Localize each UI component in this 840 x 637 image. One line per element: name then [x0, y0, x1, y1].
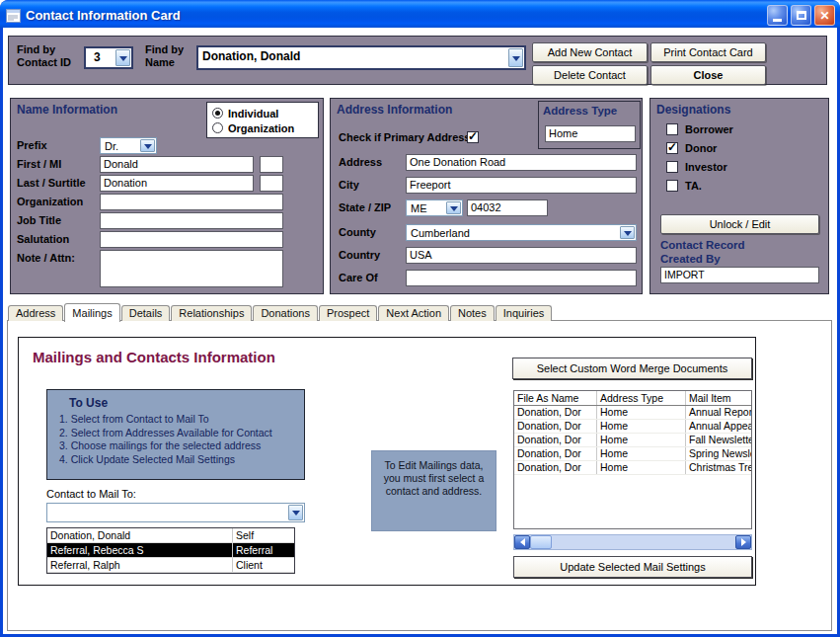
tab-mailings[interactable]: Mailings: [64, 303, 119, 322]
scroll-left-icon: [516, 538, 525, 546]
primary-address-checkbox[interactable]: [467, 131, 479, 143]
state-combobox[interactable]: ME: [406, 199, 463, 216]
close-button[interactable]: Close: [650, 65, 766, 85]
column-header: Mail Item: [686, 391, 752, 405]
update-mail-settings-button[interactable]: Update Selected Mail Settings: [513, 556, 752, 578]
list-item[interactable]: Referral, Ralph Client: [47, 558, 294, 573]
contact-to-mail-combobox[interactable]: [46, 503, 305, 522]
address-type-input[interactable]: Home: [545, 125, 636, 142]
address-information-panel: Address Information Address Type Home Ch…: [330, 98, 643, 294]
organization-input[interactable]: [100, 194, 283, 210]
investor-label: Investor: [685, 161, 727, 173]
list-item[interactable]: Referral, Rebecca S Referral: [47, 543, 294, 558]
scroll-right-button[interactable]: [735, 535, 751, 549]
first-name-input[interactable]: Donald: [100, 156, 254, 173]
scrollbar-thumb[interactable]: [530, 535, 552, 549]
address-type-group: Address Type Home: [538, 101, 641, 149]
care-of-input[interactable]: [406, 270, 637, 286]
dropdown-arrow-icon[interactable]: [115, 49, 130, 66]
contact-type-group: Individual Organization: [206, 102, 319, 138]
tab-details[interactable]: Details: [121, 305, 171, 321]
mailings-content-box: Mailings and Contacts Information To Use…: [18, 337, 756, 586]
list-item[interactable]: Donation, Donald Self: [47, 528, 294, 543]
county-combobox[interactable]: Cumberland: [406, 224, 637, 241]
scroll-right-icon: [741, 538, 750, 546]
contact-to-mail-list[interactable]: Donation, Donald Self Referral, Rebecca …: [46, 527, 295, 574]
window-title: Contact Information Card: [26, 8, 764, 23]
designation-investor[interactable]: Investor: [666, 161, 727, 173]
individual-radio[interactable]: [212, 108, 223, 119]
designation-donor[interactable]: Donor: [666, 142, 717, 154]
zip-input[interactable]: 04032: [467, 199, 548, 216]
mailings-table[interactable]: File As Name Address Type Mail Item Dona…: [513, 390, 752, 529]
close-window-button[interactable]: ✕: [814, 5, 835, 26]
tab-prospect[interactable]: Prospect: [319, 305, 377, 321]
tab-next-action[interactable]: Next Action: [378, 305, 449, 321]
job-title-input[interactable]: [100, 212, 283, 229]
dropdown-arrow-icon[interactable]: [508, 48, 523, 67]
designation-borrower[interactable]: Borrower: [666, 123, 733, 135]
maximize-button[interactable]: [791, 5, 811, 26]
contact-name-combobox[interactable]: Donation, Donald: [196, 45, 526, 70]
country-input[interactable]: USA: [406, 247, 637, 264]
minimize-button[interactable]: [767, 5, 788, 26]
donor-checkbox[interactable]: [666, 142, 678, 154]
address-label: Address: [339, 156, 382, 169]
print-contact-card-button[interactable]: Print Contact Card: [650, 42, 766, 62]
job-title-label: Job Title: [17, 214, 61, 227]
contact-id-combobox[interactable]: 3: [84, 46, 133, 69]
investor-checkbox[interactable]: [666, 161, 678, 173]
unlock-edit-button[interactable]: Unlock / Edit: [660, 214, 819, 234]
borrower-label: Borrower: [685, 123, 733, 135]
created-by-input[interactable]: IMPORT: [660, 267, 819, 283]
designation-ta[interactable]: TA.: [666, 180, 702, 192]
table-row[interactable]: Donation, Dor Home Christmas Tree: [514, 461, 751, 475]
address-information-title: Address Information: [337, 103, 452, 117]
organization-radio[interactable]: [212, 122, 223, 133]
find-by-contact-id-label: Find by Contact ID: [17, 43, 78, 69]
window-icon: [6, 9, 21, 23]
application-window: Contact Information Card ✕ Find by Conta…: [0, 0, 840, 637]
dropdown-arrow-icon[interactable]: [140, 139, 155, 152]
table-row[interactable]: Donation, Dor Home Spring Newsle: [514, 447, 751, 461]
table-row[interactable]: Donation, Dor Home Annual Appea: [514, 420, 751, 434]
organization-radio-row[interactable]: Organization: [212, 120, 313, 135]
address-type-title: Address Type: [543, 105, 617, 117]
scrollbar-track[interactable]: [552, 535, 735, 549]
address-input[interactable]: One Donation Road: [406, 154, 637, 171]
dropdown-arrow-icon[interactable]: [446, 201, 461, 214]
scroll-left-button[interactable]: [514, 535, 530, 549]
individual-radio-row[interactable]: Individual: [212, 106, 313, 120]
table-row[interactable]: Donation, Dor Home Annual Report: [514, 406, 751, 420]
to-use-step: 3. Choose mailings for the selected addr…: [59, 439, 304, 453]
salutation-input[interactable]: [100, 231, 283, 248]
name-information-panel: Name Information Individual Organization…: [10, 98, 324, 294]
mailings-section-title: Mailings and Contacts Information: [33, 349, 275, 365]
table-horizontal-scrollbar[interactable]: [513, 534, 752, 550]
ta-checkbox[interactable]: [666, 180, 678, 192]
borrower-checkbox[interactable]: [666, 123, 678, 135]
select-merge-documents-button[interactable]: Select Custom Word Merge Documents: [512, 358, 752, 379]
tab-notes[interactable]: Notes: [450, 305, 495, 321]
tab-address[interactable]: Address: [8, 305, 63, 321]
to-use-step: 4. Click Update Selected Mail Settings: [59, 453, 304, 467]
close-icon: ✕: [819, 10, 829, 22]
suffix-input[interactable]: [260, 175, 283, 192]
dropdown-arrow-icon[interactable]: [288, 505, 303, 520]
tab-relationships[interactable]: Relationships: [171, 305, 252, 321]
last-name-input[interactable]: Donation: [100, 175, 254, 192]
table-row[interactable]: Donation, Dor Home Fall Newslette: [514, 434, 751, 447]
note-attn-label: Note / Attn:: [17, 252, 75, 265]
middle-initial-input[interactable]: [260, 156, 283, 173]
to-use-step: 2. Select from Addresses Available for C…: [59, 427, 304, 440]
delete-contact-button[interactable]: Delete Contact: [532, 65, 648, 85]
maximize-icon: [797, 11, 806, 20]
tab-inquiries[interactable]: Inquiries: [496, 305, 553, 321]
city-input[interactable]: Freeport: [406, 177, 637, 194]
add-new-contact-button[interactable]: Add New Contact: [532, 42, 648, 62]
titlebar[interactable]: Contact Information Card ✕: [0, 0, 840, 28]
note-attn-input[interactable]: [100, 250, 283, 287]
prefix-combobox[interactable]: Dr.: [100, 137, 157, 154]
tab-donations[interactable]: Donations: [253, 305, 318, 321]
dropdown-arrow-icon[interactable]: [620, 226, 635, 239]
